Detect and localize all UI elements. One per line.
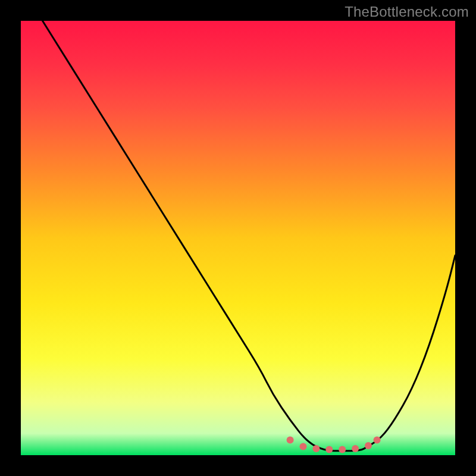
plot-background [21,21,455,455]
highlight-marker [352,445,359,452]
highlight-marker [374,436,381,443]
highlight-marker [325,446,333,453]
watermark-text: TheBottleneck.com [345,4,469,20]
highlight-marker [300,443,307,450]
highlight-marker [365,442,372,449]
highlight-marker [287,436,294,443]
bottleneck-chart [0,0,476,476]
chart-frame: TheBottleneck.com [0,0,476,476]
highlight-marker [339,446,346,453]
highlight-marker [312,445,320,452]
